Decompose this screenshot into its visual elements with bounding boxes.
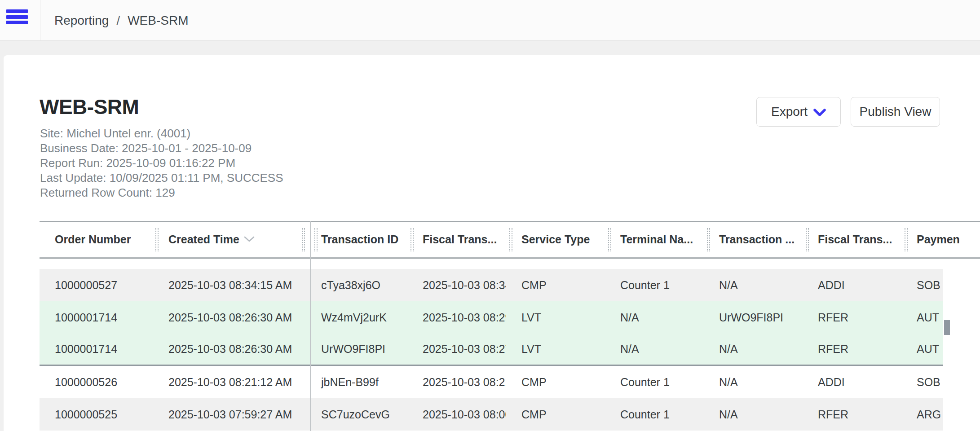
- report-meta-line: Last Update: 10/09/2025 01:11 PM, SUCCES…: [40, 171, 283, 185]
- breadcrumb-item-web-srm: WEB-SRM: [128, 13, 188, 28]
- report-meta-line: Returned Row Count: 129: [40, 185, 283, 200]
- table-cell: 2025-10-03 08:21:12 AM: [153, 366, 306, 398]
- table-cell: N/A: [704, 398, 803, 431]
- column-header-label: Order Number: [55, 233, 131, 246]
- report-meta-line: Business Date: 2025-10-01 - 2025-10-09: [40, 141, 283, 156]
- table-cell: 2025-10-03 08:26:30 AM: [153, 334, 306, 365]
- breadcrumb-separator: /: [116, 13, 120, 28]
- column-header-label: Paymen: [917, 233, 960, 246]
- hamburger-bar: [6, 21, 28, 24]
- table-cell: N/A: [605, 334, 704, 365]
- column-resize-handle[interactable]: [905, 228, 908, 251]
- column-resize-handle[interactable]: [707, 228, 710, 251]
- column-header-label: Transaction ...: [719, 233, 795, 246]
- table-row[interactable]: 10000005252025-10-03 07:59:27 AMSC7uzoCe…: [40, 398, 943, 431]
- column-resize-handle[interactable]: [314, 228, 318, 251]
- publish-view-button[interactable]: Publish View: [851, 97, 940, 127]
- table-cell: 2025-10-03 08:26:30 AM: [153, 301, 306, 334]
- table-cell: jbNEn-B99f: [306, 366, 407, 398]
- table-cell: 2025-10-03 07:59:27 AM: [153, 398, 306, 431]
- table-cell: RFER: [803, 334, 901, 365]
- table-cell: 2025-10-03 08:21:2: [407, 366, 506, 398]
- table-cell: N/A: [704, 334, 803, 365]
- table-cell: 2025-10-03 08:27:1: [407, 334, 506, 365]
- table-cell: Counter 1: [605, 366, 704, 398]
- column-resize-handle[interactable]: [155, 228, 159, 251]
- breadcrumb: Reporting / WEB-SRM: [54, 0, 189, 41]
- hamburger-bar: [6, 15, 28, 19]
- table-cell: UrWO9FI8PI: [306, 334, 407, 365]
- table-cell: 1000001714: [40, 301, 153, 334]
- table-cell: LVT: [506, 334, 605, 365]
- table-cell: ADDI: [803, 366, 901, 398]
- table-cell: UrWO9FI8PI: [704, 301, 803, 334]
- table-cell: SOB: [901, 269, 943, 301]
- table-cell: 1000001714: [40, 334, 153, 365]
- report-meta: Site: Michel Untel enr. (4001)Business D…: [40, 126, 283, 200]
- column-header[interactable]: Transaction ...: [704, 222, 803, 257]
- table-body: 10000005272025-10-03 08:34:15 AMcTya38xj…: [40, 269, 943, 431]
- column-header[interactable]: Transaction ID: [306, 222, 407, 257]
- web-srm-report-page: Reporting / WEB-SRM WEB-SRM Site: Michel…: [0, 0, 980, 431]
- chevron-down-icon: [813, 109, 826, 117]
- export-button-label: Export: [771, 105, 808, 119]
- table-cell: LVT: [506, 301, 605, 334]
- publish-view-button-label: Publish View: [860, 105, 931, 119]
- table-cell: Counter 1: [605, 269, 704, 301]
- hamburger-menu-icon[interactable]: [6, 9, 28, 24]
- top-bar: Reporting / WEB-SRM: [0, 0, 980, 41]
- table-row[interactable]: 10000005272025-10-03 08:34:15 AMcTya38xj…: [40, 269, 943, 301]
- column-header[interactable]: Fiscal Trans...: [803, 222, 901, 257]
- column-header[interactable]: Service Type: [506, 222, 605, 257]
- table-cell: ADDI: [803, 269, 901, 301]
- hamburger-bar: [6, 9, 28, 13]
- table-cell: AUT: [901, 334, 943, 365]
- table-cell: cTya38xj6O: [306, 269, 407, 301]
- breadcrumb-item-reporting[interactable]: Reporting: [54, 13, 109, 28]
- table-cell: N/A: [704, 366, 803, 398]
- table-cell: 2025-10-03 08:34:1: [407, 269, 506, 301]
- table-cell: 2025-10-03 08:29:1: [407, 301, 506, 334]
- sort-descending-icon: [244, 236, 255, 242]
- table-cell: 1000000525: [40, 398, 153, 431]
- column-header-label: Transaction ID: [321, 233, 398, 246]
- column-header[interactable]: Fiscal Trans...: [407, 222, 506, 257]
- table-row[interactable]: 10000017142025-10-03 08:26:30 AMUrWO9FI8…: [40, 334, 943, 366]
- column-resize-handle[interactable]: [302, 228, 305, 251]
- column-header[interactable]: Order Number: [40, 222, 153, 257]
- table-cell: CMP: [506, 366, 605, 398]
- table-cell: CMP: [506, 269, 605, 301]
- frozen-column-divider: [310, 221, 311, 431]
- report-meta-line: Report Run: 2025-10-09 01:16:22 PM: [40, 156, 283, 171]
- table-row[interactable]: 10000005262025-10-03 08:21:12 AMjbNEn-B9…: [40, 366, 943, 398]
- column-header-label: Fiscal Trans...: [423, 233, 497, 246]
- column-resize-handle[interactable]: [806, 228, 809, 251]
- column-header-label: Fiscal Trans...: [818, 233, 892, 246]
- table-cell: RFER: [803, 301, 901, 334]
- table-cell: 2025-10-03 08:00:2: [407, 398, 506, 431]
- table-cell: Counter 1: [605, 398, 704, 431]
- table-cell: Wz4mVj2urK: [306, 301, 407, 334]
- table-cell: CMP: [506, 398, 605, 431]
- table-cell: 2025-10-03 08:34:15 AM: [153, 269, 306, 301]
- table-row[interactable]: 10000017142025-10-03 08:26:30 AMWz4mVj2u…: [40, 301, 943, 334]
- table-cell: N/A: [704, 269, 803, 301]
- vertical-scrollbar-thumb[interactable]: [944, 320, 950, 335]
- topbar-divider: [40, 0, 40, 41]
- column-header[interactable]: Paymen: [901, 222, 980, 257]
- column-resize-handle[interactable]: [509, 228, 512, 251]
- table-cell: AUT: [901, 301, 943, 334]
- column-header-label: Service Type: [521, 233, 590, 246]
- column-header-label: Terminal Na...: [620, 233, 693, 246]
- table-cell: 1000000527: [40, 269, 153, 301]
- column-header[interactable]: Terminal Na...: [605, 222, 704, 257]
- column-header[interactable]: Created Time: [153, 222, 306, 257]
- export-button[interactable]: Export: [756, 97, 841, 127]
- column-resize-handle[interactable]: [411, 228, 414, 251]
- column-header-label: Created Time: [168, 233, 239, 246]
- table-cell: RFER: [803, 398, 901, 431]
- table-cell: N/A: [605, 301, 704, 334]
- table-cell: ARG: [901, 398, 943, 431]
- report-card: WEB-SRM Site: Michel Untel enr. (4001)Bu…: [4, 55, 980, 431]
- column-resize-handle[interactable]: [608, 228, 611, 251]
